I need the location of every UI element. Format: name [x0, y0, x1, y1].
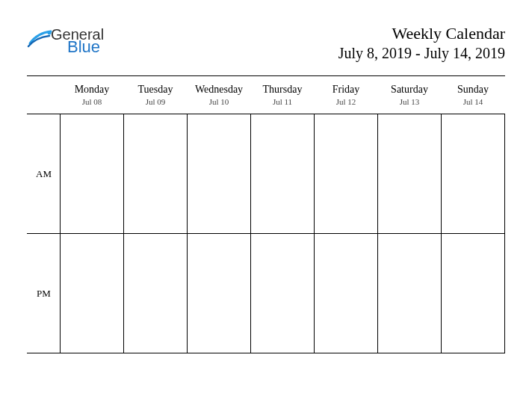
calendar-cell [188, 234, 251, 353]
day-date: Jul 10 [188, 97, 251, 114]
day-header: Tuesday [124, 76, 188, 97]
period-label-am: AM [28, 114, 61, 234]
globe-swoosh-icon [27, 25, 52, 51]
day-date: Jul 08 [61, 97, 124, 114]
calendar-cell [61, 114, 124, 234]
calendar-cell [442, 234, 505, 353]
day-date: Jul 14 [442, 97, 505, 114]
page-title: Weekly Calendar [338, 24, 505, 43]
calendar-cell [378, 234, 442, 353]
calendar-cell [251, 114, 315, 234]
day-header: Wednesday [188, 76, 251, 97]
day-date: Jul 13 [378, 97, 442, 114]
calendar-cell [188, 114, 251, 234]
day-date-row: Jul 08 Jul 09 Jul 10 Jul 11 Jul 12 Jul 1… [28, 97, 505, 114]
period-row-am: AM [28, 114, 505, 234]
day-header: Saturday [378, 76, 442, 97]
calendar-cell [378, 114, 442, 234]
day-header: Friday [315, 76, 378, 97]
calendar-cell [61, 234, 124, 353]
logo-text: General Blue [51, 27, 104, 55]
calendar-wrap: Monday Tuesday Wednesday Thursday Friday… [27, 75, 505, 353]
header-corner [28, 97, 61, 114]
calendar-cell [124, 114, 188, 234]
calendar-cell [124, 234, 188, 353]
day-date: Jul 11 [251, 97, 315, 114]
day-header: Monday [61, 76, 124, 97]
logo: General Blue [27, 24, 104, 55]
calendar-cell [315, 234, 378, 353]
header-row: General Blue Weekly Calendar July 8, 201… [27, 24, 505, 62]
period-row-pm: PM [28, 234, 505, 353]
calendar-cell [251, 234, 315, 353]
date-range: July 8, 2019 - July 14, 2019 [338, 45, 505, 62]
period-label-pm: PM [28, 234, 61, 353]
logo-word-blue: Blue [67, 39, 104, 55]
title-block: Weekly Calendar July 8, 2019 - July 14, … [338, 24, 505, 62]
calendar-cell [315, 114, 378, 234]
day-date: Jul 09 [124, 97, 188, 114]
header-corner [28, 76, 61, 97]
weekly-calendar-table: Monday Tuesday Wednesday Thursday Friday… [27, 76, 505, 353]
day-header: Thursday [251, 76, 315, 97]
calendar-cell [442, 114, 505, 234]
svg-point-0 [48, 31, 52, 35]
day-date: Jul 12 [315, 97, 378, 114]
day-name-row: Monday Tuesday Wednesday Thursday Friday… [28, 76, 505, 97]
day-header: Sunday [442, 76, 505, 97]
